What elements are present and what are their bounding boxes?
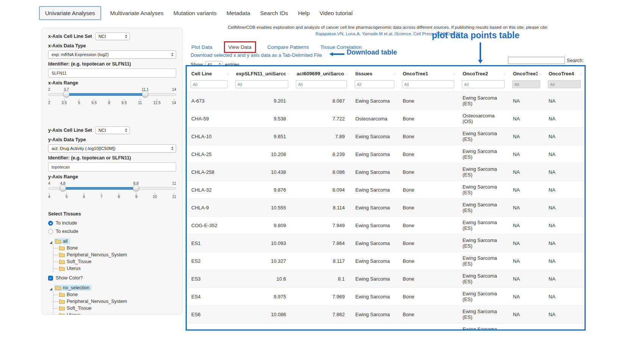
cell-oncotree4: NA	[544, 145, 585, 163]
filter-input-oncotree2[interactable]	[462, 80, 505, 88]
tree-node-uterus[interactable]: Uterus	[53, 312, 176, 315]
tree-node-no-selection[interactable]: no_selection	[50, 284, 176, 291]
cell-oncotree4: NA	[544, 288, 585, 306]
tree-node-peripheral-nervous-system[interactable]: Peripheral_Nervous_System	[53, 251, 176, 258]
folder-icon	[59, 292, 65, 297]
nav-tab-multivariate-analyses[interactable]: Multivariate Analyses	[109, 6, 164, 20]
radio-option-label: To exclude	[56, 229, 78, 234]
cell-cell-line: ES7	[187, 323, 231, 331]
folder-icon	[55, 286, 61, 290]
slider-tick-label: 9.5	[122, 99, 127, 105]
y-range-label: y-Axis Range	[48, 174, 176, 180]
tab-view-data[interactable]: View Data	[224, 41, 256, 53]
radio-option-to-exclude[interactable]: To exclude	[48, 227, 176, 236]
search-input[interactable]	[508, 57, 565, 64]
x-cell-line-set-select[interactable]: NCI	[95, 33, 130, 40]
table-row: A-6739.2018.087Ewing SarcomaBoneEwing Sa…	[187, 92, 585, 110]
table-filter-row	[187, 80, 585, 92]
show-color-label: Show Color?	[56, 275, 83, 281]
column-header-oncotree2[interactable]: OncoTree2↑↓	[458, 66, 508, 80]
tree-node-bone[interactable]: Bone	[53, 291, 176, 298]
filter-input-oncotree4[interactable]	[548, 80, 581, 88]
cell-oncotree4: NA	[544, 234, 585, 252]
y-data-type-select[interactable]: act: Drug Activity (-log10[IC50M])	[48, 144, 176, 153]
nav-tab-search-ids[interactable]: Search IDs	[259, 6, 289, 20]
x-data-type-select[interactable]: exp: mRNA Expression (log2)	[48, 50, 176, 59]
tree-node-peripheral-nervous-system[interactable]: Peripheral_Nervous_System	[53, 298, 176, 305]
tree-node-bone[interactable]: Bone	[53, 245, 176, 251]
cell-oncotree4: NA	[544, 270, 585, 288]
column-header-oncotree3[interactable]: OncoTree3↑↓	[508, 66, 544, 80]
chevron-updown-icon	[125, 34, 127, 38]
cell-oncotree3: NA	[508, 252, 544, 270]
filter-input-tissues[interactable]	[355, 80, 394, 88]
y-cell-line-set-select[interactable]: NCI	[95, 126, 130, 134]
column-header-cell-line[interactable]: Cell Line↑↓	[187, 66, 231, 80]
filter-cell-expslfn11-unisarcoma	[231, 80, 292, 92]
folder-icon	[59, 259, 65, 264]
filter-input-cell-line[interactable]	[191, 80, 228, 88]
cell-oncotree3: NA	[508, 128, 544, 145]
table-row: ES310.68.1Ewing SarcomaBoneEwing Sarcoma…	[187, 270, 585, 288]
x-data-type-label: x-Axis Data Type	[48, 43, 176, 49]
table-row: ES710.7288.249Ewing SarcomaBoneEwing Sar…	[187, 323, 585, 331]
folder-icon	[59, 253, 65, 257]
nav-tab-video-tutorial[interactable]: Video tutorial	[319, 6, 353, 20]
folder-icon	[59, 313, 65, 315]
radio-option-to-include[interactable]: To include	[48, 219, 176, 227]
filter-input-act609699-unisarcoma[interactable]	[296, 80, 347, 88]
column-header-label: OncoTree1	[403, 71, 428, 76]
slider-handle-high[interactable]	[142, 91, 148, 97]
x-identifier-input[interactable]	[48, 69, 176, 78]
nav-tab-univariate-analyses[interactable]: Univariate Analyses	[39, 6, 101, 20]
slider-handle-low[interactable]	[59, 185, 66, 191]
nav-tab-metadata[interactable]: Metadata	[226, 6, 251, 20]
cell-cell-line: CHLA-10	[187, 128, 231, 145]
column-header-label: tissues	[355, 71, 372, 76]
chevron-updown-icon	[171, 53, 174, 56]
filter-cell-act609699-unisarcoma	[292, 80, 351, 92]
tree-toggle-icon[interactable]	[50, 239, 52, 244]
cell-oncotree3: NA	[508, 288, 544, 306]
folder-icon	[55, 239, 61, 243]
filter-cell-oncotree3	[508, 80, 544, 92]
cell-oncotree4: NA	[544, 163, 585, 181]
chevron-updown-icon	[125, 128, 127, 132]
cell-tissues: Ewing Sarcoma	[351, 163, 398, 181]
tab-compare-patterns[interactable]: Compare Patterns	[267, 41, 309, 53]
cell-tissues: Ewing Sarcoma	[351, 252, 398, 270]
slider-handle-low[interactable]	[63, 91, 69, 97]
tree-node-all[interactable]: all	[50, 238, 176, 245]
tab-plot-data[interactable]: Plot Data	[191, 41, 213, 53]
sort-icon: ↑↓	[503, 72, 505, 76]
filter-cell-tissues	[351, 80, 398, 92]
column-header-act609699-unisarcoma[interactable]: act609699_uniSarcoma↑↓	[292, 66, 351, 80]
nav-tab-help[interactable]: Help	[297, 6, 311, 20]
tree-node-soft-tissue[interactable]: Soft_Tissue	[53, 258, 176, 265]
column-header-expslfn11-unisarcoma[interactable]: expSLFN11_uniSarcoma↑↓	[231, 66, 292, 80]
y-data-type-label: y-Axis Data Type	[48, 137, 176, 143]
column-header-oncotree1[interactable]: OncoTree1↑↓	[398, 66, 458, 80]
cell-oncotree1: Bone	[398, 145, 458, 163]
slider-handle-high[interactable]	[133, 185, 139, 191]
download-link[interactable]: Download selected x and y axis data as a…	[191, 52, 322, 58]
filter-input-oncotree1[interactable]	[402, 80, 454, 88]
cell-expslfn11-unisarcoma: 9.876	[231, 181, 292, 199]
y-identifier-input[interactable]	[48, 162, 176, 172]
nav-tab-mutation-variants[interactable]: Mutation variants	[173, 6, 217, 20]
tree-node-soft-tissue[interactable]: Soft_Tissue	[53, 305, 176, 312]
tree-node-uterus[interactable]: Uterus	[53, 265, 176, 272]
column-header-tissues[interactable]: tissues↑↓	[351, 66, 398, 80]
cell-cell-line: A-673	[187, 92, 231, 110]
filter-input-expslfn11-unisarcoma[interactable]	[235, 80, 288, 88]
tree-toggle-icon[interactable]	[50, 285, 52, 290]
cell-cell-line: ES1	[187, 234, 231, 252]
column-header-oncotree4[interactable]: OncoTree4↑↓	[544, 66, 585, 80]
cell-tissues: Ewing Sarcoma	[351, 217, 398, 234]
show-color-checkbox[interactable]: ✓ Show Color?	[48, 274, 176, 282]
filter-input-oncotree3[interactable]	[512, 80, 540, 88]
cell-oncotree3: NA	[508, 145, 544, 163]
cell-act609699-unisarcoma: 7.862	[292, 306, 351, 323]
cell-tissues: Ewing Sarcoma	[351, 92, 398, 110]
cell-tissues: Ewing Sarcoma	[351, 145, 398, 163]
